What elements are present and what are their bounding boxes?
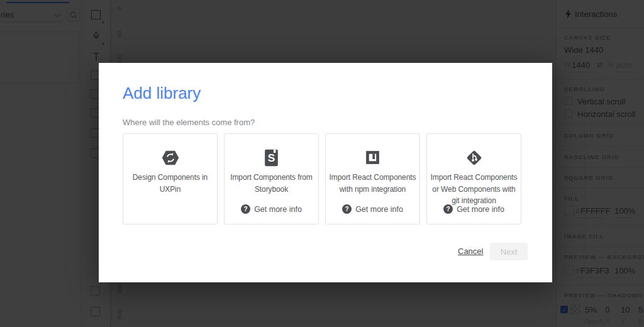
modal-subtitle: Where will the elements come from? <box>123 118 255 127</box>
svg-text:S: S <box>268 152 275 164</box>
question-mark-icon: ? <box>342 204 352 214</box>
modal-title: Add library <box>123 84 201 103</box>
card-title: Design Components in UXPin <box>126 172 214 195</box>
storybook-icon: S <box>264 149 279 167</box>
question-mark-icon: ? <box>443 204 453 214</box>
question-mark-icon: ? <box>241 204 250 214</box>
next-button[interactable]: Next <box>490 243 528 260</box>
npm-icon <box>364 149 381 166</box>
card-title: Import React Components with npm integra… <box>328 172 417 195</box>
card-import-git[interactable]: Import React Components or Web Component… <box>426 133 521 224</box>
uxpin-merge-icon <box>162 149 179 167</box>
library-source-cards: Design Components in UXPin S Import Comp… <box>123 133 521 224</box>
card-import-npm[interactable]: Import React Components with npm integra… <box>325 133 420 224</box>
get-more-info-link[interactable]: ? Get more info <box>326 204 419 214</box>
card-title: Import Components from Storybook <box>227 172 316 195</box>
get-more-info-label: Get more info <box>355 205 403 214</box>
add-library-modal: Add library Where will the elements come… <box>99 63 552 282</box>
get-more-info-label: Get more info <box>457 205 504 214</box>
get-more-info-link[interactable]: ? Get more info <box>427 204 521 214</box>
cancel-button[interactable]: Cancel <box>458 247 483 256</box>
get-more-info-label: Get more info <box>254 205 302 214</box>
get-more-info-link[interactable]: ? Get more info <box>225 204 318 214</box>
card-import-storybook[interactable]: S Import Components from Storybook ? Get… <box>224 133 319 224</box>
card-title: Import React Components or Web Component… <box>430 172 518 207</box>
git-icon <box>465 149 483 167</box>
card-design-in-uxpin[interactable]: Design Components in UXPin <box>123 133 218 224</box>
